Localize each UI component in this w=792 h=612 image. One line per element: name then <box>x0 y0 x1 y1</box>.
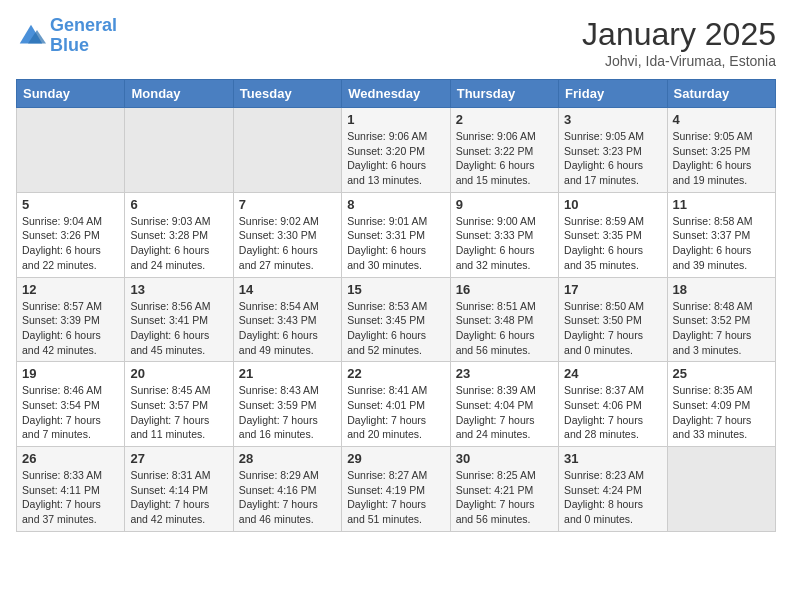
day-info: Sunrise: 9:00 AM Sunset: 3:33 PM Dayligh… <box>456 214 553 273</box>
day-number: 5 <box>22 197 119 212</box>
day-info: Sunrise: 8:31 AM Sunset: 4:14 PM Dayligh… <box>130 468 227 527</box>
calendar-cell: 6Sunrise: 9:03 AM Sunset: 3:28 PM Daylig… <box>125 192 233 277</box>
calendar-cell: 1Sunrise: 9:06 AM Sunset: 3:20 PM Daylig… <box>342 108 450 193</box>
calendar-cell: 14Sunrise: 8:54 AM Sunset: 3:43 PM Dayli… <box>233 277 341 362</box>
header-thursday: Thursday <box>450 80 558 108</box>
calendar-cell: 8Sunrise: 9:01 AM Sunset: 3:31 PM Daylig… <box>342 192 450 277</box>
day-number: 4 <box>673 112 770 127</box>
logo: General Blue <box>16 16 117 56</box>
day-number: 29 <box>347 451 444 466</box>
calendar-week-1: 5Sunrise: 9:04 AM Sunset: 3:26 PM Daylig… <box>17 192 776 277</box>
calendar-cell <box>233 108 341 193</box>
day-info: Sunrise: 8:37 AM Sunset: 4:06 PM Dayligh… <box>564 383 661 442</box>
calendar-cell: 18Sunrise: 8:48 AM Sunset: 3:52 PM Dayli… <box>667 277 775 362</box>
day-info: Sunrise: 8:58 AM Sunset: 3:37 PM Dayligh… <box>673 214 770 273</box>
calendar-cell <box>17 108 125 193</box>
logo-line1: General <box>50 15 117 35</box>
calendar-cell: 30Sunrise: 8:25 AM Sunset: 4:21 PM Dayli… <box>450 447 558 532</box>
header-row: Sunday Monday Tuesday Wednesday Thursday… <box>17 80 776 108</box>
day-number: 6 <box>130 197 227 212</box>
calendar-cell: 2Sunrise: 9:06 AM Sunset: 3:22 PM Daylig… <box>450 108 558 193</box>
day-number: 31 <box>564 451 661 466</box>
calendar-cell: 21Sunrise: 8:43 AM Sunset: 3:59 PM Dayli… <box>233 362 341 447</box>
day-number: 25 <box>673 366 770 381</box>
day-number: 8 <box>347 197 444 212</box>
day-number: 26 <box>22 451 119 466</box>
calendar-cell: 3Sunrise: 9:05 AM Sunset: 3:23 PM Daylig… <box>559 108 667 193</box>
title-block: January 2025 Johvi, Ida-Virumaa, Estonia <box>582 16 776 69</box>
day-number: 21 <box>239 366 336 381</box>
day-info: Sunrise: 8:43 AM Sunset: 3:59 PM Dayligh… <box>239 383 336 442</box>
calendar-cell: 7Sunrise: 9:02 AM Sunset: 3:30 PM Daylig… <box>233 192 341 277</box>
day-info: Sunrise: 8:35 AM Sunset: 4:09 PM Dayligh… <box>673 383 770 442</box>
day-info: Sunrise: 8:45 AM Sunset: 3:57 PM Dayligh… <box>130 383 227 442</box>
header-tuesday: Tuesday <box>233 80 341 108</box>
day-number: 3 <box>564 112 661 127</box>
day-info: Sunrise: 9:04 AM Sunset: 3:26 PM Dayligh… <box>22 214 119 273</box>
day-number: 12 <box>22 282 119 297</box>
header-sunday: Sunday <box>17 80 125 108</box>
day-info: Sunrise: 8:50 AM Sunset: 3:50 PM Dayligh… <box>564 299 661 358</box>
calendar-week-3: 19Sunrise: 8:46 AM Sunset: 3:54 PM Dayli… <box>17 362 776 447</box>
day-info: Sunrise: 8:33 AM Sunset: 4:11 PM Dayligh… <box>22 468 119 527</box>
day-info: Sunrise: 8:59 AM Sunset: 3:35 PM Dayligh… <box>564 214 661 273</box>
day-number: 23 <box>456 366 553 381</box>
calendar-week-0: 1Sunrise: 9:06 AM Sunset: 3:20 PM Daylig… <box>17 108 776 193</box>
day-number: 2 <box>456 112 553 127</box>
calendar-cell: 17Sunrise: 8:50 AM Sunset: 3:50 PM Dayli… <box>559 277 667 362</box>
header-wednesday: Wednesday <box>342 80 450 108</box>
calendar-cell <box>667 447 775 532</box>
day-info: Sunrise: 8:46 AM Sunset: 3:54 PM Dayligh… <box>22 383 119 442</box>
calendar-cell: 11Sunrise: 8:58 AM Sunset: 3:37 PM Dayli… <box>667 192 775 277</box>
day-info: Sunrise: 8:23 AM Sunset: 4:24 PM Dayligh… <box>564 468 661 527</box>
calendar-cell: 5Sunrise: 9:04 AM Sunset: 3:26 PM Daylig… <box>17 192 125 277</box>
day-info: Sunrise: 8:57 AM Sunset: 3:39 PM Dayligh… <box>22 299 119 358</box>
calendar-header: Sunday Monday Tuesday Wednesday Thursday… <box>17 80 776 108</box>
calendar-cell: 23Sunrise: 8:39 AM Sunset: 4:04 PM Dayli… <box>450 362 558 447</box>
day-info: Sunrise: 8:51 AM Sunset: 3:48 PM Dayligh… <box>456 299 553 358</box>
day-info: Sunrise: 8:39 AM Sunset: 4:04 PM Dayligh… <box>456 383 553 442</box>
day-number: 7 <box>239 197 336 212</box>
calendar-cell: 12Sunrise: 8:57 AM Sunset: 3:39 PM Dayli… <box>17 277 125 362</box>
day-number: 20 <box>130 366 227 381</box>
day-number: 17 <box>564 282 661 297</box>
day-number: 27 <box>130 451 227 466</box>
calendar-cell: 22Sunrise: 8:41 AM Sunset: 4:01 PM Dayli… <box>342 362 450 447</box>
logo-icon <box>16 21 46 51</box>
day-info: Sunrise: 8:48 AM Sunset: 3:52 PM Dayligh… <box>673 299 770 358</box>
day-number: 11 <box>673 197 770 212</box>
day-number: 14 <box>239 282 336 297</box>
logo-line2: Blue <box>50 35 89 55</box>
calendar-cell: 29Sunrise: 8:27 AM Sunset: 4:19 PM Dayli… <box>342 447 450 532</box>
day-info: Sunrise: 9:03 AM Sunset: 3:28 PM Dayligh… <box>130 214 227 273</box>
day-number: 30 <box>456 451 553 466</box>
calendar-cell: 9Sunrise: 9:00 AM Sunset: 3:33 PM Daylig… <box>450 192 558 277</box>
calendar-cell: 10Sunrise: 8:59 AM Sunset: 3:35 PM Dayli… <box>559 192 667 277</box>
calendar-cell: 27Sunrise: 8:31 AM Sunset: 4:14 PM Dayli… <box>125 447 233 532</box>
day-number: 24 <box>564 366 661 381</box>
day-info: Sunrise: 9:05 AM Sunset: 3:23 PM Dayligh… <box>564 129 661 188</box>
day-info: Sunrise: 8:41 AM Sunset: 4:01 PM Dayligh… <box>347 383 444 442</box>
header-friday: Friday <box>559 80 667 108</box>
calendar-cell: 16Sunrise: 8:51 AM Sunset: 3:48 PM Dayli… <box>450 277 558 362</box>
day-info: Sunrise: 9:06 AM Sunset: 3:20 PM Dayligh… <box>347 129 444 188</box>
day-info: Sunrise: 8:54 AM Sunset: 3:43 PM Dayligh… <box>239 299 336 358</box>
calendar-cell: 25Sunrise: 8:35 AM Sunset: 4:09 PM Dayli… <box>667 362 775 447</box>
header-saturday: Saturday <box>667 80 775 108</box>
calendar-body: 1Sunrise: 9:06 AM Sunset: 3:20 PM Daylig… <box>17 108 776 532</box>
day-number: 1 <box>347 112 444 127</box>
calendar-cell: 19Sunrise: 8:46 AM Sunset: 3:54 PM Dayli… <box>17 362 125 447</box>
day-info: Sunrise: 9:01 AM Sunset: 3:31 PM Dayligh… <box>347 214 444 273</box>
day-info: Sunrise: 8:53 AM Sunset: 3:45 PM Dayligh… <box>347 299 444 358</box>
day-info: Sunrise: 8:27 AM Sunset: 4:19 PM Dayligh… <box>347 468 444 527</box>
day-number: 16 <box>456 282 553 297</box>
calendar-cell: 28Sunrise: 8:29 AM Sunset: 4:16 PM Dayli… <box>233 447 341 532</box>
page-header: General Blue January 2025 Johvi, Ida-Vir… <box>16 16 776 69</box>
calendar-cell: 31Sunrise: 8:23 AM Sunset: 4:24 PM Dayli… <box>559 447 667 532</box>
calendar-cell: 4Sunrise: 9:05 AM Sunset: 3:25 PM Daylig… <box>667 108 775 193</box>
calendar-cell <box>125 108 233 193</box>
day-number: 15 <box>347 282 444 297</box>
day-info: Sunrise: 9:06 AM Sunset: 3:22 PM Dayligh… <box>456 129 553 188</box>
calendar-cell: 24Sunrise: 8:37 AM Sunset: 4:06 PM Dayli… <box>559 362 667 447</box>
location-subtitle: Johvi, Ida-Virumaa, Estonia <box>582 53 776 69</box>
